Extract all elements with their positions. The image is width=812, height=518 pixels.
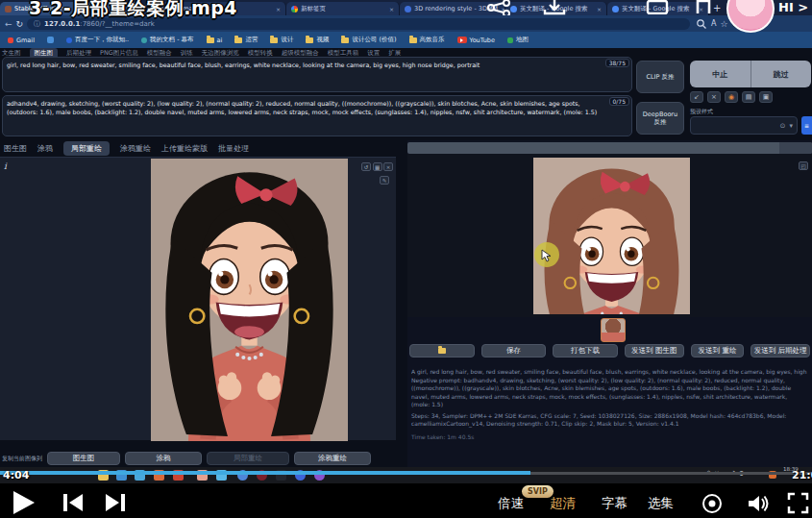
bookmark-mubu[interactable]: 我的文档 - 幕布 xyxy=(141,36,193,44)
result-gallery[interactable]: ◰ xyxy=(407,154,812,317)
bookmark-images[interactable] xyxy=(47,37,54,43)
maps-icon xyxy=(507,37,513,43)
previous-episode-button[interactable] xyxy=(62,493,85,512)
inpaint-canvas[interactable]: i xyxy=(0,157,396,440)
new-tab-button[interactable]: + xyxy=(713,2,721,15)
paste-icon[interactable]: ↙ xyxy=(690,91,703,103)
gallery-thumbnail[interactable] xyxy=(601,318,626,342)
mode-tab-inpaint[interactable]: 局部重绘 xyxy=(63,141,110,156)
mode-tab-inpaint-sketch[interactable]: 涂鸦重绘 xyxy=(120,143,151,154)
save-button[interactable]: 保存 xyxy=(481,344,547,358)
bookmark-folder-design[interactable]: 设计 xyxy=(270,36,293,44)
favicon xyxy=(405,6,411,12)
bookmark-baidu[interactable]: 百度一下，你就知.. xyxy=(66,36,129,44)
copy-to-inpaint-sketch-button[interactable]: 涂鸦重绘 xyxy=(294,452,371,465)
video-title: 3-2-局部重绘案例.mp4 xyxy=(29,0,237,21)
button-label: DeepBooru 反推 xyxy=(639,111,681,126)
refresh-styles-icon[interactable]: ⊙ xyxy=(780,122,786,130)
expand-gallery-icon[interactable]: ◰ xyxy=(799,161,808,170)
interrupt-button[interactable]: 中止 xyxy=(690,61,750,87)
info-icon: i xyxy=(4,161,7,171)
open-folder-button[interactable] xyxy=(409,344,475,358)
send-to-img2img-button[interactable]: 发送到 图生图 xyxy=(625,344,684,358)
token-counter: 0/75 xyxy=(609,97,629,106)
positive-prompt-input[interactable]: girl, red long hair, bow, red sweater, s… xyxy=(2,57,632,92)
record-danmaku-icon[interactable] xyxy=(701,493,723,514)
generate-button-group: 中止 跳过 xyxy=(690,61,811,87)
bookmark-folder-video[interactable]: 视频 xyxy=(306,36,329,44)
episodes-button[interactable]: 选集 xyxy=(648,495,674,512)
bookmark-folder-operations[interactable]: 运营 xyxy=(234,36,258,44)
bookmark-folder-design-company[interactable]: 设计公司 (价值) xyxy=(341,36,396,44)
eraser-icon[interactable]: ▦ xyxy=(373,162,382,171)
youtube-icon xyxy=(457,37,467,43)
remove-image-icon[interactable]: × xyxy=(383,162,393,171)
source-image xyxy=(151,159,348,441)
style-apply-icon[interactable]: ▤ xyxy=(742,91,755,103)
deepbooru-interrogate-button[interactable]: DeepBooru 反推 xyxy=(636,102,684,135)
positive-prompt-wrap: girl, red long hair, bow, red sweater, s… xyxy=(2,57,632,92)
quality-button[interactable]: 超清 xyxy=(550,495,576,512)
favicon xyxy=(291,6,298,12)
play-button[interactable] xyxy=(10,489,37,516)
fullscreen-icon[interactable] xyxy=(787,492,809,514)
bookmark-gmail[interactable]: Gmail xyxy=(8,37,35,44)
prompt-tool-row: ↙ × ◉ ▤ ▣ xyxy=(690,91,773,103)
skip-button[interactable]: 跳过 xyxy=(750,61,812,87)
close-tab-icon[interactable]: × xyxy=(276,6,281,12)
chevron-down-icon: ▾ xyxy=(789,122,793,130)
folder-icon xyxy=(207,37,214,43)
styles-dropdown[interactable]: ⊙ ▾ xyxy=(690,116,798,135)
style-save-icon[interactable]: ▣ xyxy=(759,91,773,103)
send-to-inpaint-button[interactable]: 发送到 重绘 xyxy=(691,344,745,358)
clip-interrogate-button[interactable]: CLIP 反推 xyxy=(636,61,684,93)
clear-prompt-icon[interactable]: × xyxy=(707,91,721,103)
copy-to-sketch-button[interactable]: 涂鸦 xyxy=(125,452,202,465)
extra-networks-icon[interactable]: ◉ xyxy=(725,91,738,103)
bookmark-folder-ai[interactable]: ai xyxy=(207,37,223,44)
gallery-actions: 保存 打包下载 发送到 图生图 发送到 重绘 发送到 后期处理 xyxy=(409,344,810,358)
translate-icon[interactable]: A xyxy=(711,19,716,28)
info-negative: Negative prompt: badhandv4, drawing, ske… xyxy=(411,377,807,409)
close-tab-icon[interactable]: × xyxy=(597,6,602,12)
mode-tab-batch[interactable]: 批量处理 xyxy=(218,143,249,154)
bookmark-youtube[interactable]: YouTube xyxy=(457,37,495,44)
seekbar-remaining[interactable] xyxy=(530,472,812,475)
browser-tab-newtab[interactable]: 新标签页 × xyxy=(286,2,400,15)
assistant-greeting[interactable]: HI > xyxy=(778,0,808,14)
info-prompt: A girl, red long hair, bow, red sweater,… xyxy=(411,368,807,377)
refresh-icon[interactable]: ↻ xyxy=(16,19,24,29)
search-icon[interactable] xyxy=(696,18,707,30)
mode-tab-inpaint-upload[interactable]: 上传重绘蒙版 xyxy=(161,143,208,154)
close-tab-icon[interactable]: × xyxy=(389,6,394,12)
seekbar-played[interactable] xyxy=(0,471,530,475)
send-to-extras-button[interactable]: 发送到 后期处理 xyxy=(750,344,810,358)
subtitles-button[interactable]: 字幕 xyxy=(602,495,627,512)
star-bookmark-icon[interactable]: ☆ xyxy=(721,19,728,29)
back-icon[interactable]: ← xyxy=(5,19,12,29)
copy-to-img2img-button[interactable]: 图生图 xyxy=(47,452,120,465)
generation-info: A girl, red long hair, bow, red sweater,… xyxy=(411,368,807,441)
canvas-tool-row: ↺ ▦ × xyxy=(361,162,393,171)
brush-size-icon[interactable]: ✎ xyxy=(380,176,389,185)
bookmark-maps[interactable]: 地图 xyxy=(507,36,529,44)
folder-icon xyxy=(341,37,349,43)
gmail-icon xyxy=(8,37,13,43)
next-episode-button[interactable] xyxy=(104,493,127,512)
bookmark-label: 设计 xyxy=(281,36,293,44)
undo-icon[interactable]: ↺ xyxy=(361,162,371,171)
bookmark-folder-music[interactable]: 高效音乐 xyxy=(409,36,445,44)
negative-prompt-input[interactable]: adhandv4, drawing, sketching, (worst qua… xyxy=(2,95,632,136)
mode-tab-sketch[interactable]: 涂鸦 xyxy=(37,143,53,154)
bookmark-icon xyxy=(695,0,712,14)
apply-style-button[interactable]: ≡ xyxy=(801,116,812,135)
mode-tab-img2img[interactable]: 图生图 xyxy=(4,143,27,154)
copy-to-inpaint-button[interactable]: 局部重绘 xyxy=(207,452,289,465)
volume-icon[interactable] xyxy=(747,493,770,514)
button-label: 涂鸦重绘 xyxy=(318,454,347,463)
zip-download-button[interactable]: 打包下载 xyxy=(553,344,618,358)
bookmark-label: ai xyxy=(217,37,223,44)
playback-speed-button[interactable]: 倍速 xyxy=(498,495,524,512)
bookmark-label: 地图 xyxy=(516,36,529,44)
folder-icon xyxy=(270,37,278,43)
